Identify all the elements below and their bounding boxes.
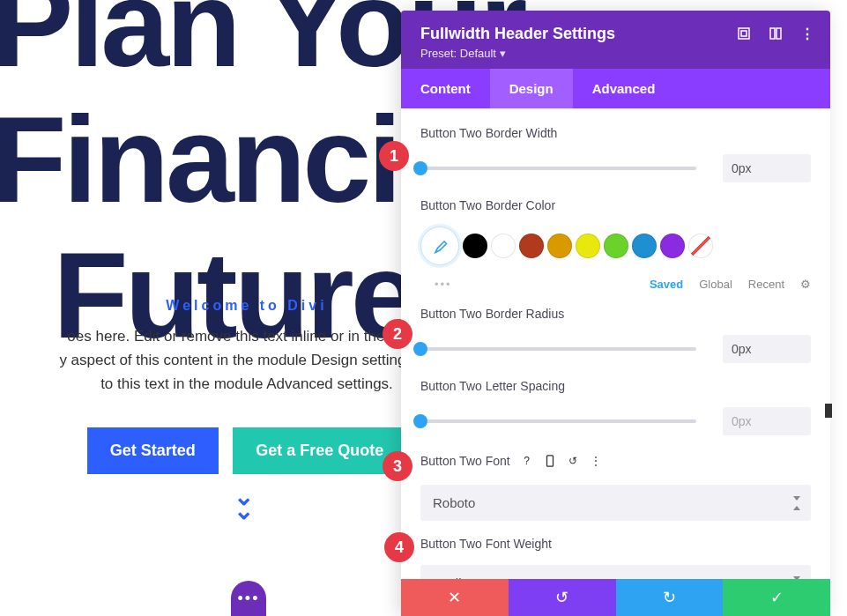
get-started-button[interactable]: Get Started [87,427,219,474]
settings-panel: Fullwidth Header Settings Preset: Defaul… [401,11,830,616]
label-border-width: Button Two Border Width [420,126,811,140]
close-button[interactable]: ✕ [401,579,509,616]
panel-footer: ✕ ↺ ↻ ✓ [401,579,830,616]
svg-rect-0 [739,28,749,39]
get-quote-button[interactable]: Get a Free Quote [233,427,406,474]
slider-border-width[interactable] [420,167,696,170]
panel-body[interactable]: Button Two Border Width Button Two Borde… [401,108,830,579]
slider-thumb[interactable] [413,414,427,428]
label-letter-spacing: Button Two Letter Spacing [420,379,811,393]
gear-icon[interactable]: ⚙ [800,278,811,291]
annotation-marker-3: 3 [383,451,412,481]
reset-icon[interactable]: ↺ [563,451,583,471]
more-swatches-icon[interactable]: ••• [435,278,452,291]
color-swatch[interactable] [547,234,572,258]
redo-button[interactable]: ↻ [616,579,724,616]
input-border-width[interactable] [723,154,811,182]
slider-thumb[interactable] [413,342,427,356]
annotation-marker-2: 2 [383,319,412,349]
select-font-weight[interactable]: Medium [420,565,811,579]
svg-rect-1 [770,28,775,39]
annotation-marker-1: 1 [379,141,409,171]
svg-rect-3 [546,456,553,466]
color-swatch[interactable] [576,234,600,258]
help-icon[interactable]: ? [517,451,537,471]
snap-icon[interactable] [769,26,783,41]
color-swatch[interactable] [463,234,487,258]
select-font[interactable]: Roboto [420,485,811,521]
responsive-icon[interactable] [540,451,560,471]
slider-border-radius[interactable] [420,347,696,351]
svg-rect-2 [776,28,781,39]
panel-preset-selector[interactable]: Preset: Default ▾ [420,47,811,60]
undo-button[interactable]: ↺ [509,579,616,616]
kebab-menu-icon[interactable]: ⋮ [800,26,814,41]
expand-icon[interactable] [737,26,751,41]
scroll-down-icon[interactable]: ⌄⌄ [234,491,254,517]
save-button[interactable]: ✓ [723,579,830,616]
field-border-radius: Button Two Border Radius [420,307,811,363]
label-font: Button Two Font ? ↺ ⋮ [420,451,811,471]
scrollbar-thumb[interactable] [825,404,832,418]
module-options-fab[interactable]: ••• [231,581,266,616]
annotation-marker-4: 4 [384,532,414,562]
swatch-tab-global[interactable]: Global [699,278,732,291]
color-swatch[interactable] [660,234,685,258]
slider-thumb[interactable] [413,161,427,175]
kebab-icon[interactable]: ⋮ [586,451,606,471]
color-swatch[interactable] [491,234,516,258]
tab-advanced[interactable]: Advanced [573,69,675,108]
label-font-weight: Button Two Font Weight [420,537,811,551]
field-border-width: Button Two Border Width [420,126,811,182]
field-font-weight: Button Two Font Weight Medium [420,537,811,579]
label-border-color: Button Two Border Color [420,198,811,212]
label-border-radius: Button Two Border Radius [420,307,811,321]
input-letter-spacing[interactable] [723,407,811,435]
field-letter-spacing: Button Two Letter Spacing [420,379,811,435]
tab-design[interactable]: Design [490,69,573,108]
color-swatch[interactable] [519,234,544,258]
color-swatches: ••• Saved Global Recent ⚙ [420,226,811,291]
panel-tabs: Content Design Advanced [401,69,830,108]
swatch-tab-saved[interactable]: Saved [650,278,683,291]
field-border-color: Button Two Border Color ••• Saved Global [420,198,811,291]
swatch-tab-recent[interactable]: Recent [748,278,784,291]
slider-letter-spacing[interactable] [420,419,696,423]
color-swatch[interactable] [632,234,657,258]
input-border-radius[interactable] [723,335,811,363]
tab-content[interactable]: Content [401,69,490,108]
field-font: Button Two Font ? ↺ ⋮ Roboto [420,451,811,521]
color-swatch[interactable] [604,234,628,258]
eyedropper-icon[interactable] [420,226,459,265]
panel-header: Fullwidth Header Settings Preset: Defaul… [401,11,830,69]
color-swatch-none[interactable] [688,234,713,258]
